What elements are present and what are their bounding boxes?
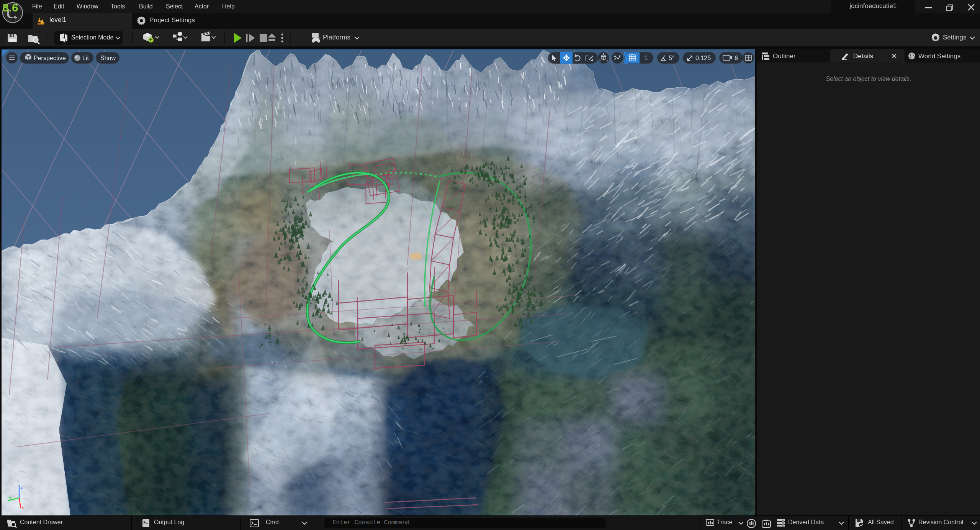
svg-text:0.125: 0.125 [695, 55, 711, 61]
svg-text:x: x [21, 505, 24, 510]
svg-text:6: 6 [735, 55, 738, 61]
svg-text:Lit: Lit [82, 55, 89, 61]
svg-text:y: y [9, 494, 11, 500]
svg-text:z: z [20, 484, 23, 490]
svg-text:8.6: 8.6 [2, 2, 18, 14]
svg-text:Show: Show [100, 55, 116, 61]
svg-text:5°: 5° [669, 55, 674, 61]
svg-text:Perspective: Perspective [34, 55, 66, 61]
svg-text:1: 1 [644, 55, 648, 61]
